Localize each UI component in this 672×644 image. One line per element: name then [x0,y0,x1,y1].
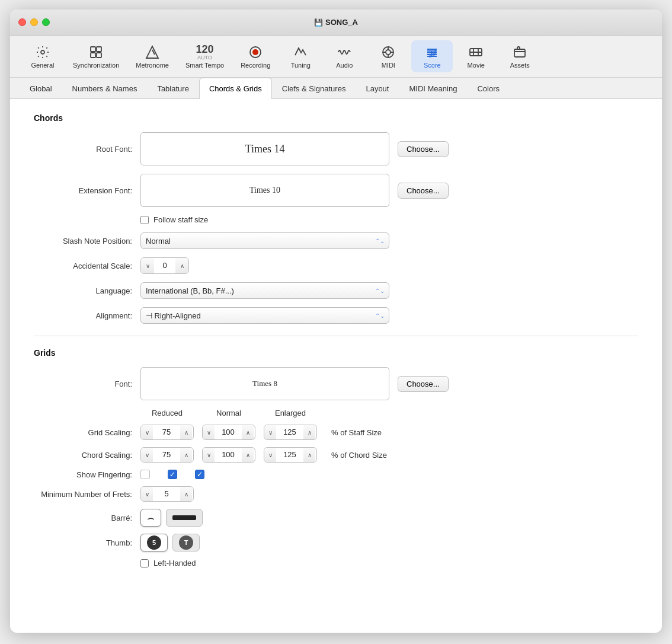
grid-scaling-reduced-stepper: ∨ 75 ∧ [140,425,194,440]
toolbar-item-assets[interactable]: Assets [499,40,540,72]
svg-marker-5 [146,46,158,58]
toolbar-item-synchronization[interactable]: Synchronization [66,40,126,72]
accidental-scale-row: Accidental Scale: ∨ 0 ∧ [34,257,638,274]
minimize-button[interactable] [30,18,38,26]
toolbar-label-midi: MIDI [382,62,395,69]
thumb-symbol1-button[interactable]: 5 [140,534,168,551]
extension-font-value: Times 10 [249,186,280,195]
root-font-choose-button[interactable]: Choose... [398,141,449,157]
grid-scaling-normal-stepper: ∨ 100 ∧ [202,425,255,440]
grid-scaling-normal-increment[interactable]: ∧ [242,425,254,439]
min-frets-value: 5 [153,487,180,501]
follow-staff-size-checkbox[interactable] [140,216,149,224]
toolbar-label-score: Score [424,62,441,69]
follow-staff-size-label: Follow staff size [153,215,208,224]
chord-scaling-reduced-increment[interactable]: ∧ [180,448,192,462]
barre-symbol2-button[interactable] [166,509,203,527]
score-icon [425,44,439,60]
toolbar-label-movie: Movie [468,62,485,69]
grid-font-label: Font: [34,380,140,388]
min-frets-label: Minimum Number of Frets: [34,490,140,499]
toolbar-item-movie[interactable]: Movie [455,40,497,72]
language-select[interactable]: International (B, Bb, F#...) German (H, … [140,282,389,299]
barre-row: Barré: ⌢ [34,509,638,527]
chord-scaling-reduced-decrement[interactable]: ∨ [141,448,153,462]
thumb-label: Thumb: [34,538,140,547]
grid-scaling-row: Grid Scaling: ∨ 75 ∧ ∨ 100 ∧ ∨ 125 ∧ % o… [34,425,638,440]
chord-scaling-normal-decrement[interactable]: ∨ [203,448,215,462]
thumb-symbol2-button[interactable]: T [172,534,200,551]
slash-note-row: Slash Note Position: Normal Above Below [34,232,638,249]
close-button[interactable] [18,18,26,26]
grid-scaling-enlarged-stepper: ∨ 125 ∧ [264,425,317,440]
show-fingering-enlarged-checkbox[interactable]: ✓ [195,470,204,479]
sync-icon [89,44,103,60]
grid-font-box: Times 8 [140,367,389,400]
accidental-scale-stepper: ∨ 0 ∧ [140,257,189,274]
tab-midi-meaning[interactable]: MIDI Meaning [399,78,467,99]
tab-layout[interactable]: Layout [356,78,399,99]
show-fingering-normal-checkbox[interactable]: ✓ [168,470,177,479]
min-frets-stepper: ∨ 5 ∧ [140,486,194,502]
tab-global[interactable]: Global [20,78,62,99]
barre-bar-icon [172,515,196,520]
root-font-value: Times 14 [245,143,285,155]
maximize-button[interactable] [42,18,50,26]
accidental-scale-decrement[interactable]: ∨ [141,258,154,273]
barre-symbol1-button[interactable]: ⌢ [140,509,161,527]
grid-scaling-normal-decrement[interactable]: ∨ [203,425,215,439]
tab-colors[interactable]: Colors [467,78,510,99]
metronome-icon [145,44,159,60]
grids-section-title: Grids [34,348,638,358]
accidental-scale-increment[interactable]: ∧ [175,258,188,273]
left-handed-checkbox[interactable] [140,559,149,568]
left-handed-label: Left-Handed [153,559,196,568]
root-font-box: Times 14 [140,132,389,165]
follow-staff-size-row: Follow staff size [140,215,638,224]
alignment-wrapper: ⊣ Right-Aligned Left-Aligned Centered [140,307,389,324]
grid-scaling-enlarged-value: 125 [276,425,303,439]
chord-scaling-label: Chord Scaling: [34,451,140,460]
grid-scaling-enlarged-increment[interactable]: ∧ [303,425,315,439]
tab-tablature[interactable]: Tablature [147,78,199,99]
grid-scaling-reduced-increment[interactable]: ∧ [180,425,192,439]
tab-clefs-signatures[interactable]: Clefs & Signatures [272,78,356,99]
left-handed-row: Left-Handed [140,559,638,568]
extension-font-choose-button[interactable]: Choose... [398,183,449,199]
chord-scaling-normal-increment[interactable]: ∧ [242,448,254,462]
grid-font-row: Font: Times 8 Choose... [34,367,638,400]
toolbar-item-score[interactable]: Score [411,40,453,72]
extension-font-box: Times 10 [140,174,389,207]
slash-note-select[interactable]: Normal Above Below [140,232,389,249]
tab-chords-grids[interactable]: Chords & Grids [199,78,272,99]
toolbar-item-metronome[interactable]: Metronome [129,40,176,72]
toolbar-item-tuning[interactable]: Tuning [280,40,321,72]
recording-icon [248,44,263,60]
toolbar-label-tuning: Tuning [291,62,311,69]
accidental-scale-label: Accidental Scale: [34,262,140,270]
toolbar-item-midi[interactable]: MIDI [367,40,409,72]
grid-col-labels: Reduced Normal Enlarged [140,409,317,417]
toolbar-item-recording[interactable]: Recording [233,40,277,72]
min-frets-decrement[interactable]: ∨ [141,487,153,501]
grid-scaling-enlarged-decrement[interactable]: ∨ [264,425,276,439]
chord-scaling-enlarged-increment[interactable]: ∧ [303,448,315,462]
toolbar-item-audio[interactable]: Audio [324,40,365,72]
col-reduced: Reduced [140,409,194,417]
extension-font-label: Extension Font: [34,186,140,195]
chord-scaling-unit: % of Chord Size [331,451,387,460]
grid-scaling-reduced-decrement[interactable]: ∨ [141,425,153,439]
alignment-select[interactable]: ⊣ Right-Aligned Left-Aligned Centered [140,307,389,324]
toolbar-item-smart-tempo[interactable]: 120 AUTO Smart Tempo [178,40,231,72]
min-frets-increment[interactable]: ∧ [180,487,192,501]
alignment-label: Alignment: [34,311,140,320]
chord-scaling-enlarged-decrement[interactable]: ∨ [264,448,276,462]
grid-scaling-normal-value: 100 [215,425,242,439]
tab-numbers-names[interactable]: Numbers & Names [62,78,148,99]
grid-font-choose-button[interactable]: Choose... [398,376,449,392]
toolbar-item-general[interactable]: General [22,40,63,72]
svg-rect-28 [514,49,525,57]
show-fingering-reduced-checkbox[interactable] [140,470,150,479]
assets-icon [513,44,527,60]
min-frets-row: Minimum Number of Frets: ∨ 5 ∧ [34,486,638,502]
